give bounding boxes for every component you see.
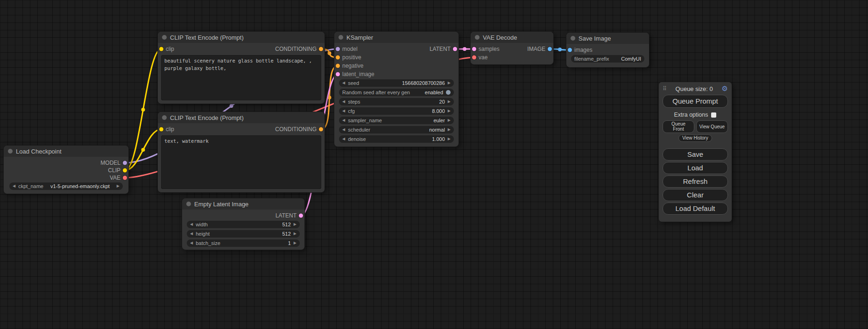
load-default-button[interactable]: Load Default <box>663 203 728 215</box>
prev-arrow-icon[interactable]: ◀ <box>342 128 345 132</box>
ckpt-name-widget[interactable]: ◀ ckpt_name v1-5-pruned-emaonly.ckpt ▶ <box>9 182 123 190</box>
prev-arrow-icon[interactable]: ◀ <box>342 137 345 141</box>
cfg-widget[interactable]: ◀ cfg 8.000 ▶ <box>339 107 454 115</box>
node-title-bar[interactable]: CLIP Text Encode (Prompt) <box>158 32 325 43</box>
images-input-dot[interactable] <box>568 48 572 52</box>
collapse-dot[interactable] <box>475 35 480 40</box>
scheduler-widget[interactable]: ◀ scheduler normal ▶ <box>339 126 454 133</box>
widget-value: enabled <box>425 90 443 95</box>
positive-prompt-textarea[interactable]: beautiful scenery nature glass bottle la… <box>161 55 321 100</box>
next-arrow-icon[interactable]: ▶ <box>294 232 296 236</box>
next-arrow-icon[interactable]: ▶ <box>448 100 451 104</box>
slot-row: clip CONDITIONING <box>158 45 325 53</box>
node-title-bar[interactable]: CLIP Text Encode (Prompt) <box>158 112 325 123</box>
widget-value: 20 <box>439 99 445 105</box>
filename-prefix-widget[interactable]: filename_prefix ComfyUI <box>571 55 644 63</box>
collapse-dot[interactable] <box>186 202 191 206</box>
next-arrow-icon[interactable]: ▶ <box>448 109 451 113</box>
next-arrow-icon[interactable]: ▶ <box>117 184 120 188</box>
collapse-dot[interactable] <box>571 36 575 41</box>
widget-value: 512 <box>282 231 290 237</box>
drag-handle-icon[interactable]: ⠿ <box>663 85 667 92</box>
clip-output-dot[interactable] <box>123 168 127 173</box>
node-clip-text-encode-negative[interactable]: CLIP Text Encode (Prompt) clip CONDITION… <box>158 112 325 192</box>
view-history-button[interactable]: View History <box>678 134 712 142</box>
next-arrow-icon[interactable]: ▶ <box>294 241 296 245</box>
clip-input-dot[interactable] <box>159 127 163 132</box>
prev-arrow-icon[interactable]: ◀ <box>342 109 345 113</box>
collapse-dot[interactable] <box>339 35 343 40</box>
node-load-checkpoint[interactable]: Load Checkpoint MODEL CLIP VAE ◀ ckpt_na… <box>4 146 128 194</box>
image-output-dot[interactable] <box>548 47 552 51</box>
input-slot-positive: positive <box>334 53 459 62</box>
link-midpoint-dot-model-to-ksampler <box>230 104 233 108</box>
node-title-bar[interactable]: Empty Latent Image <box>182 198 304 210</box>
positive-input-dot[interactable] <box>336 56 340 60</box>
refresh-button[interactable]: Refresh <box>663 175 728 188</box>
negative-prompt-textarea[interactable]: text, watermark <box>161 135 321 189</box>
latent-output-dot[interactable] <box>453 47 457 51</box>
view-queue-button[interactable]: View Queue <box>696 120 728 133</box>
load-button[interactable]: Load <box>663 162 728 174</box>
prev-arrow-icon[interactable]: ◀ <box>342 81 345 85</box>
settings-gear-icon[interactable]: ⚙ <box>722 84 728 93</box>
node-clip-text-encode-positive[interactable]: CLIP Text Encode (Prompt) clip CONDITION… <box>158 32 325 104</box>
clear-button[interactable]: Clear <box>663 189 728 201</box>
model-output-dot[interactable] <box>123 161 127 165</box>
widget-name: filename_prefix <box>574 56 609 62</box>
denoise-widget[interactable]: ◀ denoise 1.000 ▶ <box>339 135 454 143</box>
node-title: Load Checkpoint <box>16 148 62 155</box>
input-slot-negative: negative <box>334 62 459 70</box>
collapse-dot[interactable] <box>162 115 167 120</box>
conditioning-output-dot[interactable] <box>319 47 323 51</box>
node-empty-latent-image[interactable]: Empty Latent Image LATENT ◀ width 512 ▶ … <box>182 198 304 250</box>
width-widget[interactable]: ◀ width 512 ▶ <box>187 221 300 228</box>
node-title-bar[interactable]: Load Checkpoint <box>4 146 128 157</box>
prev-arrow-icon[interactable]: ◀ <box>342 100 345 104</box>
slot-row: clip CONDITIONING <box>158 125 325 133</box>
vae-input-dot[interactable] <box>472 56 476 60</box>
vae-output-dot[interactable] <box>123 176 127 180</box>
queue-front-button[interactable]: Queue Front <box>663 120 694 133</box>
collapse-dot[interactable] <box>162 35 167 40</box>
prev-arrow-icon[interactable]: ◀ <box>342 119 345 122</box>
collapse-dot[interactable] <box>8 149 13 154</box>
next-arrow-icon[interactable]: ▶ <box>448 119 451 122</box>
node-vae-decode[interactable]: VAE Decode samples IMAGE vae <box>471 32 553 64</box>
latent-image-input-dot[interactable] <box>336 72 340 77</box>
latent-output-dot[interactable] <box>299 214 303 218</box>
prev-arrow-icon[interactable]: ◀ <box>190 232 193 236</box>
widget-name: ckpt_name <box>18 183 43 189</box>
save-button[interactable]: Save <box>663 148 728 161</box>
model-input-dot[interactable] <box>336 47 340 51</box>
next-arrow-icon[interactable]: ▶ <box>294 223 296 226</box>
prev-arrow-icon[interactable]: ◀ <box>190 241 193 245</box>
prev-arrow-icon[interactable]: ◀ <box>13 184 15 188</box>
samples-input-dot[interactable] <box>472 47 476 51</box>
slot-row: model LATENT <box>334 45 459 53</box>
next-arrow-icon[interactable]: ▶ <box>448 137 451 141</box>
height-widget[interactable]: ◀ height 512 ▶ <box>187 230 300 238</box>
next-arrow-icon[interactable]: ▶ <box>448 81 451 85</box>
node-title-bar[interactable]: VAE Decode <box>471 32 553 43</box>
sampler-name-widget[interactable]: ◀ sampler_name euler ▶ <box>339 117 454 124</box>
extra-options-checkbox[interactable] <box>711 112 716 118</box>
node-title: CLIP Text Encode (Prompt) <box>170 114 244 121</box>
node-save-image[interactable]: Save Image images filename_prefix ComfyU… <box>566 33 649 67</box>
link-midpoint-dot-positive-conditioning-to-ksampler <box>328 51 332 55</box>
steps-widget[interactable]: ◀ steps 20 ▶ <box>339 98 454 105</box>
clip-input-dot[interactable] <box>159 47 163 51</box>
node-title-bar[interactable]: KSampler <box>334 32 459 43</box>
next-arrow-icon[interactable]: ▶ <box>448 128 451 132</box>
seed-widget[interactable]: ◀ seed 156680208700286 ▶ <box>339 79 454 87</box>
node-ksampler[interactable]: KSampler model LATENT positive negative … <box>334 32 459 147</box>
queue-prompt-button[interactable]: Queue Prompt <box>663 95 728 108</box>
batch-size-widget[interactable]: ◀ batch_size 1 ▶ <box>187 239 300 247</box>
node-title-bar[interactable]: Save Image <box>566 33 649 44</box>
toggle-dot[interactable] <box>446 90 451 95</box>
negative-input-dot[interactable] <box>336 64 340 68</box>
prev-arrow-icon[interactable]: ◀ <box>190 223 193 226</box>
conditioning-output-dot[interactable] <box>319 127 323 132</box>
random-seed-toggle-widget[interactable]: Random seed after every gen enabled <box>339 89 454 96</box>
output-label: VAE <box>110 175 120 181</box>
